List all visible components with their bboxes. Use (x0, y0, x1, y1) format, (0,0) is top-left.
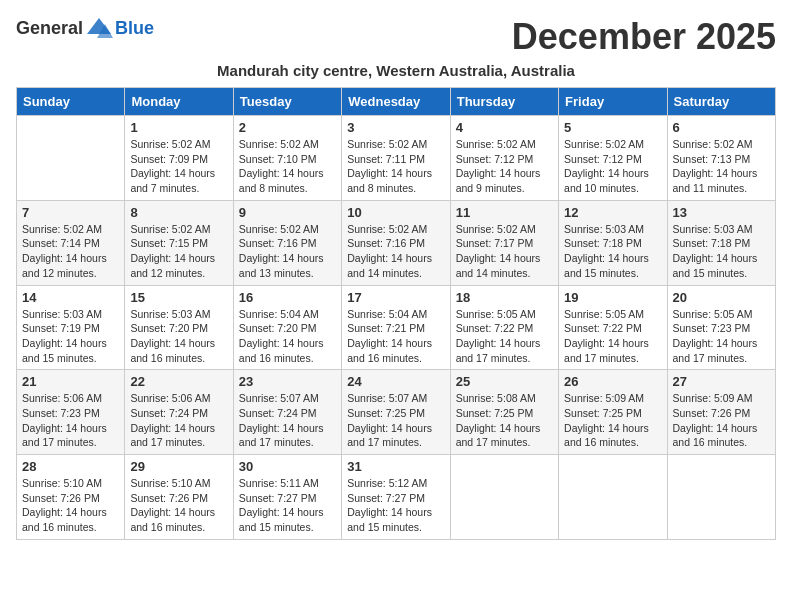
day-number: 11 (456, 205, 553, 220)
day-number: 8 (130, 205, 227, 220)
day-number: 26 (564, 374, 661, 389)
day-number: 25 (456, 374, 553, 389)
calendar-cell: 25Sunrise: 5:08 AM Sunset: 7:25 PM Dayli… (450, 370, 558, 455)
day-number: 7 (22, 205, 119, 220)
day-header-wednesday: Wednesday (342, 88, 450, 116)
day-number: 4 (456, 120, 553, 135)
week-row: 1Sunrise: 5:02 AM Sunset: 7:09 PM Daylig… (17, 116, 776, 201)
day-number: 30 (239, 459, 336, 474)
calendar-cell: 8Sunrise: 5:02 AM Sunset: 7:15 PM Daylig… (125, 200, 233, 285)
calendar-cell (17, 116, 125, 201)
calendar-cell (450, 455, 558, 540)
day-number: 14 (22, 290, 119, 305)
day-number: 24 (347, 374, 444, 389)
cell-info: Sunrise: 5:06 AM Sunset: 7:24 PM Dayligh… (130, 391, 227, 450)
day-number: 19 (564, 290, 661, 305)
calendar-cell: 21Sunrise: 5:06 AM Sunset: 7:23 PM Dayli… (17, 370, 125, 455)
cell-info: Sunrise: 5:07 AM Sunset: 7:25 PM Dayligh… (347, 391, 444, 450)
cell-info: Sunrise: 5:05 AM Sunset: 7:23 PM Dayligh… (673, 307, 770, 366)
day-number: 17 (347, 290, 444, 305)
calendar-cell: 14Sunrise: 5:03 AM Sunset: 7:19 PM Dayli… (17, 285, 125, 370)
day-number: 1 (130, 120, 227, 135)
location-title: Mandurah city centre, Western Australia,… (16, 62, 776, 79)
cell-info: Sunrise: 5:07 AM Sunset: 7:24 PM Dayligh… (239, 391, 336, 450)
calendar-cell: 24Sunrise: 5:07 AM Sunset: 7:25 PM Dayli… (342, 370, 450, 455)
cell-info: Sunrise: 5:02 AM Sunset: 7:09 PM Dayligh… (130, 137, 227, 196)
week-row: 21Sunrise: 5:06 AM Sunset: 7:23 PM Dayli… (17, 370, 776, 455)
cell-info: Sunrise: 5:08 AM Sunset: 7:25 PM Dayligh… (456, 391, 553, 450)
cell-info: Sunrise: 5:03 AM Sunset: 7:18 PM Dayligh… (564, 222, 661, 281)
day-number: 27 (673, 374, 770, 389)
day-header-tuesday: Tuesday (233, 88, 341, 116)
calendar-cell: 9Sunrise: 5:02 AM Sunset: 7:16 PM Daylig… (233, 200, 341, 285)
day-header-thursday: Thursday (450, 88, 558, 116)
calendar-cell: 26Sunrise: 5:09 AM Sunset: 7:25 PM Dayli… (559, 370, 667, 455)
calendar-cell: 5Sunrise: 5:02 AM Sunset: 7:12 PM Daylig… (559, 116, 667, 201)
calendar-cell (667, 455, 775, 540)
page-header: General Blue December 2025 (16, 16, 776, 58)
calendar-cell: 18Sunrise: 5:05 AM Sunset: 7:22 PM Dayli… (450, 285, 558, 370)
day-number: 22 (130, 374, 227, 389)
cell-info: Sunrise: 5:02 AM Sunset: 7:13 PM Dayligh… (673, 137, 770, 196)
cell-info: Sunrise: 5:09 AM Sunset: 7:26 PM Dayligh… (673, 391, 770, 450)
logo: General Blue (16, 16, 154, 40)
cell-info: Sunrise: 5:02 AM Sunset: 7:16 PM Dayligh… (347, 222, 444, 281)
cell-info: Sunrise: 5:02 AM Sunset: 7:10 PM Dayligh… (239, 137, 336, 196)
week-row: 7Sunrise: 5:02 AM Sunset: 7:14 PM Daylig… (17, 200, 776, 285)
day-header-monday: Monday (125, 88, 233, 116)
day-number: 6 (673, 120, 770, 135)
calendar-cell: 13Sunrise: 5:03 AM Sunset: 7:18 PM Dayli… (667, 200, 775, 285)
cell-info: Sunrise: 5:02 AM Sunset: 7:17 PM Dayligh… (456, 222, 553, 281)
day-number: 9 (239, 205, 336, 220)
cell-info: Sunrise: 5:11 AM Sunset: 7:27 PM Dayligh… (239, 476, 336, 535)
day-number: 23 (239, 374, 336, 389)
cell-info: Sunrise: 5:03 AM Sunset: 7:20 PM Dayligh… (130, 307, 227, 366)
day-header-saturday: Saturday (667, 88, 775, 116)
month-title: December 2025 (512, 16, 776, 58)
cell-info: Sunrise: 5:03 AM Sunset: 7:18 PM Dayligh… (673, 222, 770, 281)
calendar-cell: 23Sunrise: 5:07 AM Sunset: 7:24 PM Dayli… (233, 370, 341, 455)
calendar-cell: 17Sunrise: 5:04 AM Sunset: 7:21 PM Dayli… (342, 285, 450, 370)
week-row: 28Sunrise: 5:10 AM Sunset: 7:26 PM Dayli… (17, 455, 776, 540)
week-row: 14Sunrise: 5:03 AM Sunset: 7:19 PM Dayli… (17, 285, 776, 370)
calendar-cell: 16Sunrise: 5:04 AM Sunset: 7:20 PM Dayli… (233, 285, 341, 370)
day-header-friday: Friday (559, 88, 667, 116)
cell-info: Sunrise: 5:04 AM Sunset: 7:20 PM Dayligh… (239, 307, 336, 366)
day-number: 15 (130, 290, 227, 305)
calendar-cell: 20Sunrise: 5:05 AM Sunset: 7:23 PM Dayli… (667, 285, 775, 370)
calendar-cell: 28Sunrise: 5:10 AM Sunset: 7:26 PM Dayli… (17, 455, 125, 540)
cell-info: Sunrise: 5:02 AM Sunset: 7:11 PM Dayligh… (347, 137, 444, 196)
day-number: 13 (673, 205, 770, 220)
day-number: 28 (22, 459, 119, 474)
calendar-table: SundayMondayTuesdayWednesdayThursdayFrid… (16, 87, 776, 540)
cell-info: Sunrise: 5:02 AM Sunset: 7:14 PM Dayligh… (22, 222, 119, 281)
logo-general-text: General (16, 18, 83, 39)
calendar-cell: 3Sunrise: 5:02 AM Sunset: 7:11 PM Daylig… (342, 116, 450, 201)
calendar-cell: 7Sunrise: 5:02 AM Sunset: 7:14 PM Daylig… (17, 200, 125, 285)
logo-blue-text: Blue (115, 18, 154, 39)
day-number: 10 (347, 205, 444, 220)
cell-info: Sunrise: 5:04 AM Sunset: 7:21 PM Dayligh… (347, 307, 444, 366)
calendar-cell: 15Sunrise: 5:03 AM Sunset: 7:20 PM Dayli… (125, 285, 233, 370)
calendar-body: 1Sunrise: 5:02 AM Sunset: 7:09 PM Daylig… (17, 116, 776, 540)
cell-info: Sunrise: 5:02 AM Sunset: 7:15 PM Dayligh… (130, 222, 227, 281)
day-number: 3 (347, 120, 444, 135)
day-number: 20 (673, 290, 770, 305)
cell-info: Sunrise: 5:09 AM Sunset: 7:25 PM Dayligh… (564, 391, 661, 450)
cell-info: Sunrise: 5:10 AM Sunset: 7:26 PM Dayligh… (22, 476, 119, 535)
calendar-cell: 10Sunrise: 5:02 AM Sunset: 7:16 PM Dayli… (342, 200, 450, 285)
calendar-cell: 11Sunrise: 5:02 AM Sunset: 7:17 PM Dayli… (450, 200, 558, 285)
calendar-cell: 6Sunrise: 5:02 AM Sunset: 7:13 PM Daylig… (667, 116, 775, 201)
day-number: 31 (347, 459, 444, 474)
logo-icon (85, 16, 113, 40)
calendar-cell: 22Sunrise: 5:06 AM Sunset: 7:24 PM Dayli… (125, 370, 233, 455)
day-number: 18 (456, 290, 553, 305)
calendar-cell: 2Sunrise: 5:02 AM Sunset: 7:10 PM Daylig… (233, 116, 341, 201)
cell-info: Sunrise: 5:03 AM Sunset: 7:19 PM Dayligh… (22, 307, 119, 366)
calendar-cell: 30Sunrise: 5:11 AM Sunset: 7:27 PM Dayli… (233, 455, 341, 540)
cell-info: Sunrise: 5:02 AM Sunset: 7:12 PM Dayligh… (456, 137, 553, 196)
calendar-cell: 12Sunrise: 5:03 AM Sunset: 7:18 PM Dayli… (559, 200, 667, 285)
cell-info: Sunrise: 5:02 AM Sunset: 7:12 PM Dayligh… (564, 137, 661, 196)
cell-info: Sunrise: 5:10 AM Sunset: 7:26 PM Dayligh… (130, 476, 227, 535)
cell-info: Sunrise: 5:05 AM Sunset: 7:22 PM Dayligh… (564, 307, 661, 366)
